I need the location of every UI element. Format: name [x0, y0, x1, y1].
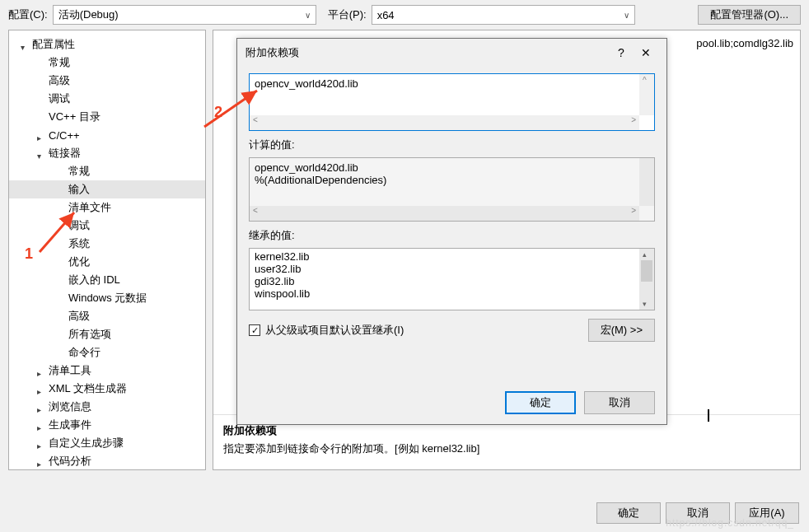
- chevron-down-icon: ∨: [305, 11, 311, 20]
- tree-linker-input[interactable]: 输入: [9, 180, 205, 198]
- tree-root[interactable]: 配置属性: [9, 35, 205, 54]
- tree-cpp[interactable]: C/C++: [9, 126, 205, 144]
- tree-item[interactable]: 清单工具: [9, 362, 205, 380]
- close-icon[interactable]: ✕: [634, 46, 658, 59]
- tree-item[interactable]: 自定义生成步骤: [9, 434, 205, 452]
- tree-item[interactable]: 生成事件: [9, 416, 205, 434]
- tree-linker[interactable]: 链接器: [9, 144, 205, 162]
- deps-edit-box[interactable]: opencv_world420d.lib: [249, 73, 655, 131]
- tree-item[interactable]: 嵌入的 IDL: [9, 271, 205, 289]
- top-toolbar: 配置(C): 活动(Debug) ∨ 平台(P): x64 ∨ 配置管理器(O)…: [0, 0, 809, 30]
- help-icon[interactable]: ?: [609, 46, 634, 59]
- tree-item[interactable]: 浏览信息: [9, 398, 205, 416]
- tree-item[interactable]: 高级: [9, 307, 205, 325]
- chevron-down-icon: ∨: [624, 11, 629, 20]
- platform-combo[interactable]: x64 ∨: [372, 5, 635, 25]
- watermark: https://blog.csdn.net/qq_: [666, 517, 794, 529]
- config-value: 活动(Debug): [58, 7, 119, 22]
- tree-item[interactable]: 优化: [9, 253, 205, 271]
- platform-value: x64: [377, 9, 395, 21]
- ok-button[interactable]: 确定: [596, 502, 661, 524]
- scrollbar-horizontal[interactable]: [250, 115, 639, 130]
- description-text: 指定要添加到链接命令行的附加项。[例如 kernel32.lib]: [223, 441, 790, 456]
- computed-label: 计算的值:: [249, 138, 655, 152]
- tree-item[interactable]: 常规: [9, 162, 205, 180]
- text-caret: [708, 409, 709, 422]
- tree-item[interactable]: 调试: [9, 217, 205, 235]
- tree-item[interactable]: VC++ 目录: [9, 108, 205, 126]
- config-label: 配置(C):: [8, 7, 48, 22]
- config-manager-button[interactable]: 配置管理器(O)...: [698, 5, 801, 25]
- tree-item[interactable]: 代码分析: [9, 452, 205, 470]
- computed-box: opencv_world420d.lib %(AdditionalDepende…: [249, 157, 655, 222]
- tree-item[interactable]: 所有选项: [9, 325, 205, 343]
- tree-item[interactable]: 常规: [9, 54, 205, 72]
- config-combo[interactable]: 活动(Debug) ∨: [53, 5, 316, 25]
- tree-item[interactable]: 调试: [9, 90, 205, 108]
- deps-edit-value: opencv_world420d.lib: [255, 77, 633, 90]
- description-title: 附加依赖项: [223, 423, 790, 438]
- inherited-list[interactable]: kernel32.lib user32.lib gdi32.lib winspo…: [249, 248, 655, 310]
- tree-item[interactable]: 高级: [9, 72, 205, 90]
- macro-button[interactable]: 宏(M) >>: [588, 319, 655, 342]
- dialog-title: 附加依赖项: [246, 45, 609, 60]
- dialog-cancel-button[interactable]: 取消: [584, 391, 655, 414]
- scrollbar-vertical[interactable]: [639, 74, 654, 115]
- tree-item[interactable]: 清单文件: [9, 198, 205, 217]
- tree-item[interactable]: 命令行: [9, 343, 205, 362]
- platform-label: 平台(P):: [328, 7, 367, 22]
- tree-item[interactable]: XML 文档生成器: [9, 380, 205, 398]
- additional-deps-dialog: 附加依赖项 ? ✕ opencv_world420d.lib 计算的值: ope…: [236, 38, 667, 425]
- dialog-ok-button[interactable]: 确定: [505, 391, 576, 414]
- dialog-titlebar[interactable]: 附加依赖项 ? ✕: [237, 39, 666, 67]
- scrollbar-horizontal[interactable]: [250, 206, 639, 221]
- inherit-checkbox[interactable]: [249, 324, 260, 336]
- tree-item[interactable]: Windows 元数据: [9, 289, 205, 307]
- tree-item[interactable]: 系统: [9, 235, 205, 253]
- tree-panel[interactable]: 配置属性 常规 高级 调试 VC++ 目录 C/C++ 链接器 常规 输入 清单…: [8, 30, 206, 470]
- scrollbar-vertical[interactable]: [639, 249, 654, 310]
- inherited-label: 继承的值:: [249, 228, 655, 243]
- scrollbar-vertical[interactable]: [639, 158, 654, 206]
- inherit-label: 从父级或项目默认设置继承(I): [265, 323, 404, 338]
